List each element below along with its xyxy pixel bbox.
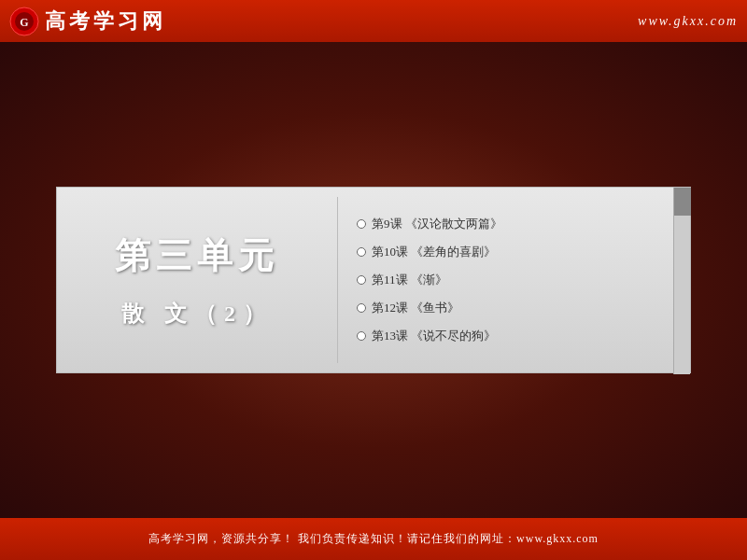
logo-icon: G <box>9 7 39 36</box>
left-section: 第三单元 散 文（2） <box>57 188 337 372</box>
footer-text: 高考学习网，资源共分享！ 我们负责传递知识！请记住我们的网址：www.gkxx.… <box>148 531 599 547</box>
menu-label-1: 第10课 《差角的喜剧》 <box>372 244 496 260</box>
menu-item-3[interactable]: 第12课 《鱼书》 <box>357 298 671 318</box>
scrollbar-thumb[interactable] <box>674 188 691 216</box>
menu-item-0[interactable]: 第9课 《汉论散文两篇》 <box>357 214 671 234</box>
header-url: www.gkxx.com <box>638 14 738 29</box>
unit-title: 第三单元 <box>115 232 279 280</box>
menu-label-4: 第13课 《说不尽的狗》 <box>372 328 496 344</box>
menu-bullet-1 <box>357 247 366 257</box>
menu-section: 第9课 《汉论散文两篇》 第10课 《差角的喜剧》 第11课 《渐》 第12课 … <box>338 188 690 372</box>
main-background: 第三单元 散 文（2） 第9课 《汉论散文两篇》 第10课 《差角的喜剧》 <box>0 42 747 518</box>
scrollbar[interactable] <box>673 188 690 374</box>
menu-item-4[interactable]: 第13课 《说不尽的狗》 <box>357 326 671 346</box>
menu-bullet-2 <box>357 275 366 285</box>
menu-label-2: 第11课 《渐》 <box>372 272 447 288</box>
logo-text: 高考学习网 <box>45 7 166 35</box>
menu-label-3: 第12课 《鱼书》 <box>372 300 459 316</box>
svg-text:G: G <box>20 16 28 29</box>
logo-area: G 高考学习网 <box>9 7 166 36</box>
menu-bullet-3 <box>357 303 366 313</box>
menu-item-2[interactable]: 第11课 《渐》 <box>357 270 671 290</box>
menu-bullet-0 <box>357 219 366 229</box>
menu-bullet-4 <box>357 331 366 341</box>
content-panel: 第三单元 散 文（2） 第9课 《汉论散文两篇》 第10课 《差角的喜剧》 <box>56 187 691 373</box>
footer: 高考学习网，资源共分享！ 我们负责传递知识！请记住我们的网址：www.gkxx.… <box>0 518 747 560</box>
menu-label-0: 第9课 《汉论散文两篇》 <box>372 216 502 232</box>
menu-item-1[interactable]: 第10课 《差角的喜剧》 <box>357 242 671 262</box>
unit-subtitle: 散 文（2） <box>121 299 273 329</box>
header: G 高考学习网 www.gkxx.com <box>0 0 747 42</box>
